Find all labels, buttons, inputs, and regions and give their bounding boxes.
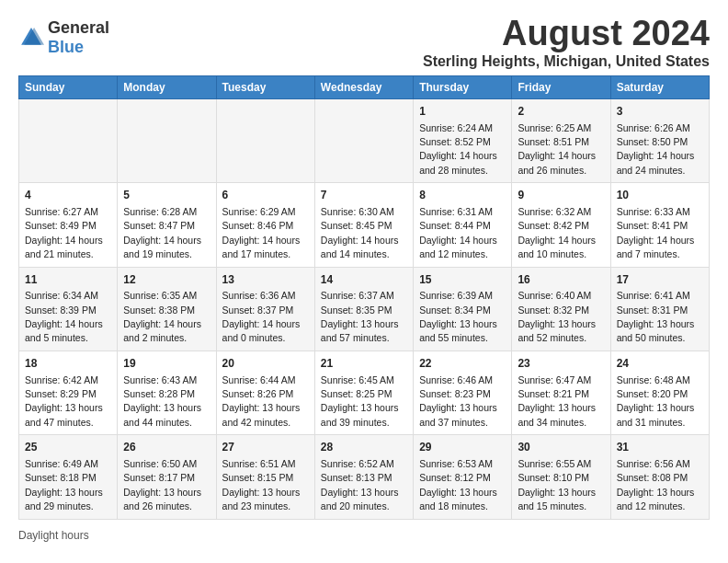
calendar-cell: 19Sunrise: 6:43 AM Sunset: 8:28 PM Dayli…: [118, 350, 216, 434]
cell-info: Sunrise: 6:41 AM Sunset: 8:31 PM Dayligh…: [617, 290, 695, 343]
logo-blue-text: Blue: [48, 38, 84, 56]
day-number: 10: [617, 188, 703, 203]
day-number: 2: [518, 104, 604, 120]
cell-info: Sunrise: 6:27 AM Sunset: 8:49 PM Dayligh…: [25, 206, 103, 259]
day-number: 1: [419, 104, 506, 120]
cell-info: Sunrise: 6:47 AM Sunset: 8:21 PM Dayligh…: [518, 374, 596, 428]
calendar-cell: 22Sunrise: 6:46 AM Sunset: 8:23 PM Dayli…: [414, 350, 512, 434]
cell-info: Sunrise: 6:30 AM Sunset: 8:45 PM Dayligh…: [321, 206, 399, 259]
day-number: 26: [123, 440, 210, 455]
logo: General Blue: [18, 18, 109, 57]
calendar-cell: 5Sunrise: 6:28 AM Sunset: 8:47 PM Daylig…: [118, 183, 216, 267]
header: General Blue August 2024 Sterling Height…: [18, 15, 710, 70]
cell-info: Sunrise: 6:44 AM Sunset: 8:26 PM Dayligh…: [222, 374, 301, 428]
calendar-cell: 29Sunrise: 6:53 AM Sunset: 8:12 PM Dayli…: [414, 435, 512, 519]
day-number: 3: [617, 104, 703, 120]
day-number: 15: [419, 272, 506, 288]
cell-info: Sunrise: 6:50 AM Sunset: 8:17 PM Dayligh…: [123, 458, 201, 511]
day-number: 4: [25, 188, 111, 203]
day-header-friday: Friday: [512, 75, 610, 98]
day-number: 8: [419, 188, 506, 203]
calendar-cell: 1Sunrise: 6:24 AM Sunset: 8:52 PM Daylig…: [414, 98, 512, 182]
calendar-cell: 14Sunrise: 6:37 AM Sunset: 8:35 PM Dayli…: [314, 267, 413, 350]
calendar-cell: 20Sunrise: 6:44 AM Sunset: 8:26 PM Dayli…: [216, 350, 314, 434]
cell-info: Sunrise: 6:37 AM Sunset: 8:35 PM Dayligh…: [321, 290, 399, 343]
day-number: 18: [25, 356, 111, 372]
day-number: 7: [321, 188, 407, 203]
day-number: 19: [123, 356, 210, 372]
calendar-cell: 6Sunrise: 6:29 AM Sunset: 8:46 PM Daylig…: [216, 183, 314, 267]
calendar-cell: 28Sunrise: 6:52 AM Sunset: 8:13 PM Dayli…: [314, 435, 413, 519]
calendar-cell: 31Sunrise: 6:56 AM Sunset: 8:08 PM Dayli…: [610, 435, 709, 519]
cell-info: Sunrise: 6:32 AM Sunset: 8:42 PM Dayligh…: [518, 206, 596, 259]
calendar-week-1: 1Sunrise: 6:24 AM Sunset: 8:52 PM Daylig…: [19, 98, 710, 182]
calendar-cell: 9Sunrise: 6:32 AM Sunset: 8:42 PM Daylig…: [512, 183, 610, 267]
calendar-week-3: 11Sunrise: 6:34 AM Sunset: 8:39 PM Dayli…: [19, 267, 710, 350]
calendar-cell: 15Sunrise: 6:39 AM Sunset: 8:34 PM Dayli…: [414, 267, 512, 350]
calendar-cell: 12Sunrise: 6:35 AM Sunset: 8:38 PM Dayli…: [118, 267, 216, 350]
cell-info: Sunrise: 6:33 AM Sunset: 8:41 PM Dayligh…: [617, 206, 695, 259]
day-number: 17: [617, 272, 703, 288]
day-number: 11: [25, 272, 111, 288]
day-header-sunday: Sunday: [19, 75, 118, 98]
footer-text: Daylight hours: [18, 529, 89, 542]
cell-info: Sunrise: 6:52 AM Sunset: 8:13 PM Dayligh…: [321, 458, 399, 511]
title-area: August 2024 Sterling Heights, Michigan, …: [423, 15, 710, 70]
day-number: 22: [419, 356, 506, 372]
calendar-cell: 3Sunrise: 6:26 AM Sunset: 8:50 PM Daylig…: [610, 98, 709, 182]
calendar-cell: [314, 98, 413, 182]
day-number: 31: [617, 440, 703, 455]
cell-info: Sunrise: 6:29 AM Sunset: 8:46 PM Dayligh…: [222, 206, 301, 259]
calendar-cell: 7Sunrise: 6:30 AM Sunset: 8:45 PM Daylig…: [314, 183, 413, 267]
footer: Daylight hours: [18, 529, 710, 542]
calendar-cell: 16Sunrise: 6:40 AM Sunset: 8:32 PM Dayli…: [512, 267, 610, 350]
day-number: 13: [222, 272, 309, 288]
calendar-cell: 8Sunrise: 6:31 AM Sunset: 8:44 PM Daylig…: [414, 183, 512, 267]
day-number: 6: [222, 188, 309, 203]
day-number: 20: [222, 356, 309, 372]
calendar-cell: [19, 98, 118, 182]
cell-info: Sunrise: 6:28 AM Sunset: 8:47 PM Dayligh…: [123, 206, 201, 259]
calendar-week-5: 25Sunrise: 6:49 AM Sunset: 8:18 PM Dayli…: [19, 435, 710, 519]
calendar-cell: 13Sunrise: 6:36 AM Sunset: 8:37 PM Dayli…: [216, 267, 314, 350]
cell-info: Sunrise: 6:51 AM Sunset: 8:15 PM Dayligh…: [222, 458, 301, 511]
cell-info: Sunrise: 6:49 AM Sunset: 8:18 PM Dayligh…: [25, 458, 103, 511]
calendar-cell: 23Sunrise: 6:47 AM Sunset: 8:21 PM Dayli…: [512, 350, 610, 434]
calendar-cell: [216, 98, 314, 182]
day-header-saturday: Saturday: [610, 75, 709, 98]
cell-info: Sunrise: 6:55 AM Sunset: 8:10 PM Dayligh…: [518, 458, 596, 511]
sub-title: Sterling Heights, Michigan, United State…: [423, 53, 710, 70]
day-number: 14: [321, 272, 407, 288]
day-number: 29: [419, 440, 506, 455]
calendar-cell: 10Sunrise: 6:33 AM Sunset: 8:41 PM Dayli…: [610, 183, 709, 267]
calendar-cell: [118, 98, 216, 182]
day-number: 9: [518, 188, 604, 203]
calendar-cell: 17Sunrise: 6:41 AM Sunset: 8:31 PM Dayli…: [610, 267, 709, 350]
cell-info: Sunrise: 6:53 AM Sunset: 8:12 PM Dayligh…: [419, 458, 497, 511]
day-number: 24: [617, 356, 703, 372]
day-number: 16: [518, 272, 604, 288]
cell-info: Sunrise: 6:25 AM Sunset: 8:51 PM Dayligh…: [518, 122, 596, 176]
calendar-cell: 4Sunrise: 6:27 AM Sunset: 8:49 PM Daylig…: [19, 183, 118, 267]
day-number: 23: [518, 356, 604, 372]
cell-info: Sunrise: 6:42 AM Sunset: 8:29 PM Dayligh…: [25, 374, 103, 428]
calendar-cell: 2Sunrise: 6:25 AM Sunset: 8:51 PM Daylig…: [512, 98, 610, 182]
main-title: August 2024: [423, 15, 710, 53]
calendar-header-row: SundayMondayTuesdayWednesdayThursdayFrid…: [19, 75, 710, 98]
cell-info: Sunrise: 6:24 AM Sunset: 8:52 PM Dayligh…: [419, 122, 497, 176]
logo-general-text: General: [48, 18, 109, 37]
cell-info: Sunrise: 6:26 AM Sunset: 8:50 PM Dayligh…: [617, 122, 695, 176]
day-number: 28: [321, 440, 407, 455]
cell-info: Sunrise: 6:40 AM Sunset: 8:32 PM Dayligh…: [518, 290, 596, 343]
day-header-monday: Monday: [118, 75, 216, 98]
calendar-cell: 24Sunrise: 6:48 AM Sunset: 8:20 PM Dayli…: [610, 350, 709, 434]
cell-info: Sunrise: 6:45 AM Sunset: 8:25 PM Dayligh…: [321, 374, 399, 428]
day-number: 25: [25, 440, 111, 455]
cell-info: Sunrise: 6:34 AM Sunset: 8:39 PM Dayligh…: [25, 290, 103, 343]
day-header-thursday: Thursday: [414, 75, 512, 98]
calendar-cell: 26Sunrise: 6:50 AM Sunset: 8:17 PM Dayli…: [118, 435, 216, 519]
day-number: 21: [321, 356, 407, 372]
cell-info: Sunrise: 6:56 AM Sunset: 8:08 PM Dayligh…: [617, 458, 695, 511]
cell-info: Sunrise: 6:46 AM Sunset: 8:23 PM Dayligh…: [419, 374, 497, 428]
cell-info: Sunrise: 6:35 AM Sunset: 8:38 PM Dayligh…: [123, 290, 201, 343]
